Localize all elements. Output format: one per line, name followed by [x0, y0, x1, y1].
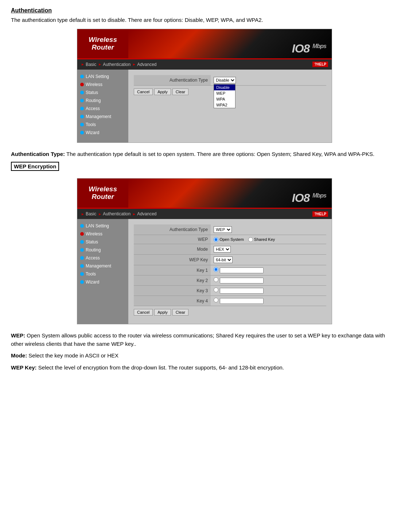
nav-tab-advanced-1[interactable]: ► Advanced — [132, 62, 156, 67]
sidebar-label-wizard-2: Wizard — [86, 279, 99, 285]
sidebar-item-wireless-1[interactable]: Wireless — [77, 81, 128, 89]
key4-radio-2[interactable] — [214, 298, 218, 302]
open-system-radio-label[interactable]: Open System — [214, 237, 244, 242]
help-button-2[interactable]: ?HELP — [312, 211, 328, 217]
auth-type-select-wrapper-1[interactable]: Disable Disable WEP WPA WPA2 — [214, 77, 236, 83]
mode-select-2[interactable]: HEX — [214, 246, 231, 253]
dropdown-option-disable-1[interactable]: Disable — [214, 85, 235, 90]
tab-auth-label-1: Authentication — [103, 62, 131, 67]
wep-desc: Open System allows public access to the … — [11, 332, 385, 347]
clear-button-2[interactable]: Clear — [172, 309, 188, 316]
cancel-button-2[interactable]: Cancel — [134, 309, 153, 316]
sidebar-label-status-1: Status — [86, 90, 98, 95]
auth-type-select-2[interactable]: WEP — [214, 226, 232, 233]
sidebar-item-routing-2[interactable]: Routing — [77, 246, 128, 254]
tab-auth-label-2: Authentication — [103, 211, 131, 216]
sidebar-2: LAN Setting Wireless Status Routing Acce… — [77, 219, 128, 324]
dropdown-option-wpa-1[interactable]: WPA — [214, 96, 235, 102]
nav-tabs-2: ► Basic ► Authentication ► Advanced ?HEL… — [77, 209, 332, 219]
auth-type-input-cell-2: WEP — [211, 224, 326, 235]
router-header-right-1: IO8 Mbps — [128, 29, 332, 58]
wep-encryption-title-box: WEP Encryption — [11, 162, 59, 171]
dot-wizard-1 — [80, 131, 84, 134]
dot-lan-2 — [80, 224, 84, 228]
auth-type-row-2: Authentication Type WEP — [134, 224, 326, 235]
key4-text-2[interactable] — [220, 298, 264, 304]
mode-label-cell-2: Mode — [134, 244, 211, 255]
section-title: Authentication — [11, 7, 398, 14]
sidebar-item-lan-2[interactable]: LAN Setting — [77, 222, 128, 230]
key1-radio-2[interactable] — [214, 267, 218, 272]
wep-key-row-2: WEP Key 64-bit — [134, 255, 326, 265]
sidebar-item-access-2[interactable]: Access — [77, 254, 128, 262]
wep-row-2: WEP Open System Shared Key — [134, 235, 326, 244]
shared-key-radio-label[interactable]: Shared Key — [248, 237, 275, 242]
cancel-button-1[interactable]: Cancel — [134, 89, 153, 95]
sidebar-item-tools-2[interactable]: Tools — [77, 270, 128, 278]
auth-type-select-1[interactable]: Disable — [214, 77, 236, 83]
wep-radio-group-2: Open System Shared Key — [214, 237, 323, 242]
arrow-icon-4: ► — [81, 212, 85, 216]
apply-button-1[interactable]: Apply — [154, 89, 171, 95]
sidebar-item-status-2[interactable]: Status — [77, 238, 128, 246]
key3-text-2[interactable] — [220, 288, 264, 294]
sidebar-label-lan-2: LAN Setting — [86, 223, 109, 228]
key3-radio-2[interactable] — [214, 287, 218, 292]
key2-radio-2[interactable] — [214, 277, 218, 282]
nav-tab-advanced-2[interactable]: ► Advanced — [132, 211, 156, 216]
dot-routing-1 — [80, 99, 84, 102]
sidebar-item-access-1[interactable]: Access — [77, 105, 128, 113]
sidebar-item-mgmt-2[interactable]: Management — [77, 262, 128, 270]
key3-label-cell-2: Key 3 — [134, 286, 211, 296]
sidebar-label-status-2: Status — [86, 239, 98, 245]
open-system-radio[interactable] — [214, 237, 218, 242]
sidebar-item-routing-1[interactable]: Routing — [77, 97, 128, 105]
sidebar-item-wireless-2[interactable]: Wireless — [77, 230, 128, 238]
nav-tab-basic-1[interactable]: ► Basic — [81, 62, 96, 67]
mode-paragraph: Mode: Select the key mode in ASCII or HE… — [11, 352, 398, 360]
sidebar-item-lan-1[interactable]: LAN Setting — [77, 73, 128, 81]
authtype-section: Authentication Type: The authentication … — [11, 150, 398, 325]
shared-key-radio[interactable] — [248, 237, 253, 242]
arrow-icon-1: ► — [81, 62, 85, 66]
sidebar-item-mgmt-1[interactable]: Management — [77, 113, 128, 121]
nav-tab-auth-1[interactable]: ► Authentication — [98, 62, 131, 67]
wep-key-desc: Select the level of encryption from the … — [38, 364, 284, 371]
dropdown-option-wep-1[interactable]: WEP — [214, 90, 235, 96]
wep-label-cell-2: WEP — [134, 235, 211, 244]
shared-key-label: Shared Key — [254, 237, 275, 242]
help-button-1[interactable]: ?HELP — [312, 62, 328, 67]
auth-type-bold-label: Authentication Type: — [11, 151, 65, 157]
mode-bold-label: Mode: — [11, 352, 27, 359]
wep-key-input-cell-2: 64-bit — [211, 255, 326, 265]
key1-text-2[interactable] — [220, 267, 264, 273]
clear-button-1[interactable]: Clear — [172, 89, 188, 95]
key4-input-cell-2 — [211, 296, 326, 306]
sidebar-item-wizard-1[interactable]: Wizard — [77, 129, 128, 137]
nav-tabs-1: ► Basic ► Authentication ► Advanced ?HEL… — [77, 59, 332, 70]
action-row-2: Cancel Apply Clear — [134, 306, 326, 318]
content-area-2: Authentication Type WEP WEP — [128, 219, 332, 324]
key4-row-2: Key 4 — [134, 296, 326, 306]
dot-routing-2 — [80, 248, 84, 252]
nav-tab-auth-2[interactable]: ► Authentication — [98, 211, 131, 216]
dot-access-2 — [80, 256, 84, 260]
dropdown-list-1[interactable]: Disable WEP WPA WPA2 — [214, 84, 235, 108]
key2-text-2[interactable] — [220, 278, 264, 283]
auth-type-label-cell-2: Authentication Type — [134, 224, 211, 235]
dropdown-option-wpa2-1[interactable]: WPA2 — [214, 102, 235, 108]
sidebar-label-access-2: Access — [86, 255, 100, 261]
wep-key-select-2[interactable]: 64-bit — [214, 257, 233, 263]
nav-tab-basic-2[interactable]: ► Basic — [81, 211, 96, 216]
mode-input-cell-2: HEX — [211, 244, 326, 255]
router-header-1: Wireless Router IO8 Mbps — [77, 29, 332, 58]
sidebar-label-routing-1: Routing — [86, 98, 101, 103]
sidebar-label-lan-1: LAN Setting — [86, 74, 109, 79]
sidebar-item-tools-1[interactable]: Tools — [77, 121, 128, 129]
dot-tools-1 — [80, 123, 84, 126]
sidebar-item-status-1[interactable]: Status — [77, 89, 128, 97]
sidebar-item-wizard-2[interactable]: Wizard — [77, 278, 128, 286]
apply-button-2[interactable]: Apply — [154, 309, 171, 316]
sidebar-label-mgmt-2: Management — [86, 263, 111, 269]
dot-status-2 — [80, 240, 84, 244]
